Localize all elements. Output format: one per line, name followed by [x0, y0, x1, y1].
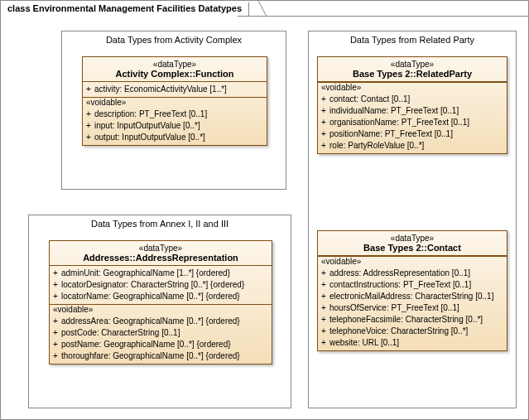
attr: +postName: GeographicalName [0..*] {orde…: [53, 339, 268, 350]
attr: +description: PT_FreeText [0..1]: [86, 109, 263, 120]
frame-top-line: [238, 16, 528, 17]
attr: +individualName: PT_FreeText [0..1]: [321, 105, 503, 117]
datatype-name: Activity Complex::Function: [86, 69, 263, 79]
section-sep: «voidable» +addressArea: GeographicalNam…: [50, 304, 272, 364]
attr: +hoursOfService: PT_FreeText [0..1]: [321, 302, 503, 314]
attr: +website: URL [0..1]: [321, 337, 503, 349]
section-sep: «voidable» +contact: Contact [0..1] +ind…: [318, 82, 507, 153]
datatype-function: «dataType» Activity Complex::Function +a…: [82, 56, 267, 146]
attr: +organisationName: PT_FreeText [0..1]: [321, 117, 503, 128]
attr: +output: InputOutputValue [0..*]: [86, 132, 263, 143]
datatype-name: Addresses::AddressRepresentation: [53, 253, 268, 263]
attr-section: +addressArea: GeographicalName [0..*] {o…: [50, 314, 272, 364]
attr-section: +description: PT_FreeText [0..1] +input:…: [83, 107, 267, 145]
region-activity-complex: Data Types from Activity Complex «dataTy…: [61, 31, 286, 190]
section-label: «voidable»: [83, 98, 267, 107]
attr: +role: PartyRoleValue [0..*]: [321, 140, 503, 152]
stereotype: «dataType»: [86, 60, 263, 69]
attr: +input: InputOutputValue [0..*]: [86, 120, 263, 132]
attr: +postCode: CharacterString [0..1]: [53, 327, 268, 339]
section-label: «voidable»: [50, 305, 272, 314]
attr: +telephoneFacsimile: CharacterString [0.…: [321, 314, 503, 326]
section-sep: «voidable» +address: AddressRepresentati…: [318, 256, 507, 350]
frame-title: class Environmental Management Facilitie…: [7, 3, 242, 13]
attr: +contactInstructions: PT_FreeText [0..1]: [321, 279, 503, 291]
datatype-header: «dataType» Addresses::AddressRepresentat…: [50, 241, 272, 266]
attr-section: +activity: EconomicActivityValue [1..*]: [83, 82, 267, 97]
datatype-header: «dataType» Base Types 2::RelatedParty: [318, 57, 507, 82]
attr: +locatorDesignator: CharacterString [0..…: [53, 279, 268, 291]
stereotype: «dataType»: [53, 244, 268, 253]
datatype-header: «dataType» Base Types 2::Contact: [318, 231, 507, 256]
section-label: «voidable»: [318, 257, 507, 266]
attr-section: +contact: Contact [0..1] +individualName…: [318, 92, 507, 153]
stereotype: «dataType»: [321, 234, 503, 243]
datatype-name: Base Types 2::RelatedParty: [321, 69, 503, 79]
attr: +electronicMailAddress: CharacterString …: [321, 291, 503, 302]
attr: +positionName: PT_FreeText [0..1]: [321, 128, 503, 140]
region-title: Data Types from Annex I, II and III: [29, 219, 291, 229]
datatype-addressrepresentation: «dataType» Addresses::AddressRepresentat…: [49, 240, 272, 364]
attr-section: +adminUnit: GeographicalName [1..*] {ord…: [50, 266, 272, 304]
attr: +activity: EconomicActivityValue [1..*]: [86, 84, 263, 95]
diagram-frame: class Environmental Management Facilitie…: [0, 0, 529, 420]
region-annex: Data Types from Annex I, II and III «dat…: [28, 215, 291, 408]
region-related-party: Data Types from Related Party «dataType»…: [308, 31, 517, 408]
datatype-relatedparty: «dataType» Base Types 2::RelatedParty «v…: [317, 56, 507, 154]
region-title: Data Types from Related Party: [309, 35, 516, 45]
attr-section: +address: AddressRepresentation [0..1] +…: [318, 266, 507, 350]
frame-title-tab: class Environmental Management Facilitie…: [0, 0, 249, 16]
attr: +addressArea: GeographicalName [0..*] {o…: [53, 316, 268, 327]
stereotype: «dataType»: [321, 60, 503, 69]
datatype-header: «dataType» Activity Complex::Function: [83, 57, 267, 82]
section-sep: «voidable» +description: PT_FreeText [0.…: [83, 97, 267, 145]
datatype-contact: «dataType» Base Types 2::Contact «voidab…: [317, 230, 507, 351]
section-label: «voidable»: [318, 83, 507, 92]
attr: +thoroughfare: GeographicalName [0..*] {…: [53, 350, 268, 362]
attr: +adminUnit: GeographicalName [1..*] {ord…: [53, 268, 268, 279]
attr: +address: AddressRepresentation [0..1]: [321, 268, 503, 279]
datatype-name: Base Types 2::Contact: [321, 243, 503, 253]
attr: +telephoneVoice: CharacterString [0..*]: [321, 326, 503, 337]
attr: +locatorName: GeographicalName [0..*] {o…: [53, 291, 268, 302]
region-title: Data Types from Activity Complex: [62, 35, 286, 45]
attr: +contact: Contact [0..1]: [321, 94, 503, 105]
